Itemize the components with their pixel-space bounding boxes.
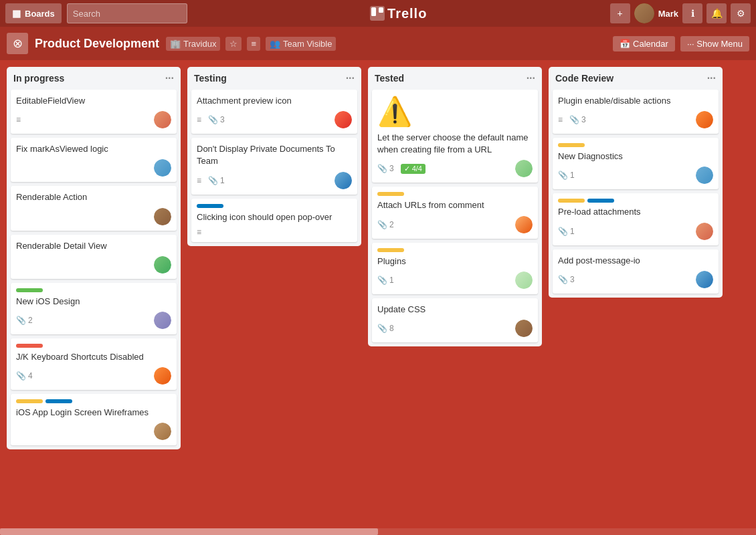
- list-menu-tested[interactable]: ···: [527, 72, 535, 84]
- card-desc-icon: ≡: [16, 115, 21, 124]
- card-meta-left: 📎3: [558, 275, 575, 284]
- help-button[interactable]: ℹ: [682, 3, 702, 23]
- list-menu-code-review[interactable]: ···: [707, 72, 716, 84]
- card-title: Fix markAsViewed logic: [16, 143, 171, 155]
- bottom-scrollbar[interactable]: [0, 528, 756, 535]
- card-avatar: [515, 160, 533, 177]
- board-meta: 🏢 Travidux ☆ ≡ 👥 Team Visible: [166, 37, 336, 51]
- card-avatar: [335, 172, 352, 189]
- card-title: Add post-message-io: [558, 255, 713, 267]
- boards-button[interactable]: ▦ Boards: [5, 3, 62, 23]
- card-meta-left: ≡📎3: [558, 115, 586, 124]
- trello-logo-icon: [370, 6, 385, 21]
- card-meta-left: 📎1: [558, 227, 575, 236]
- card-meta: 📎8: [377, 320, 533, 337]
- card-label-row: [377, 248, 533, 252]
- card-avatar: [154, 208, 171, 225]
- list-header-code-review: Code Review···: [549, 67, 723, 90]
- star-icon: ☆: [229, 39, 238, 49]
- team-name[interactable]: 🏢 Travidux: [166, 37, 220, 51]
- card-avatar: [154, 423, 171, 440]
- card-meta: ≡: [197, 227, 352, 237]
- star-button[interactable]: ☆: [225, 37, 242, 51]
- list-testing: Testing···Attachment preview icon≡📎3Don'…: [187, 67, 361, 246]
- card-meta-left: 📎1: [558, 171, 575, 180]
- card[interactable]: Update CSS📎8: [372, 298, 538, 342]
- card-meta-left: 📎3✓4/4: [377, 164, 426, 174]
- board-logo-symbol: ⊗: [13, 36, 23, 51]
- menu-button[interactable]: ≡: [247, 37, 260, 51]
- card[interactable]: Plugin enable/disable actions≡📎3: [553, 90, 719, 134]
- board-area: In progress···EditableFieldView≡Fix mark…: [0, 60, 756, 535]
- card[interactable]: J/K Keyboard Shortcuts Disabled📎4: [11, 338, 177, 390]
- card-label-row: [377, 192, 533, 196]
- card-desc-icon: ≡: [197, 115, 201, 124]
- list-tested: Tested···⚠️Let the server choose the def…: [368, 67, 542, 346]
- card[interactable]: EditableFieldView≡: [11, 90, 177, 134]
- paperclip-icon: 📎: [377, 164, 387, 173]
- paperclip-icon: 📎: [16, 371, 26, 381]
- list-cards-code-review: Plugin enable/disable actions≡📎3New Diag…: [549, 90, 723, 298]
- card[interactable]: New iOS Design📎2: [11, 283, 177, 334]
- settings-button[interactable]: ⚙: [731, 3, 751, 23]
- search-input[interactable]: [67, 3, 187, 23]
- card-meta-left: ≡: [16, 115, 21, 124]
- show-menu-button[interactable]: ··· Show Menu: [680, 36, 749, 51]
- list-header-tested: Tested···: [368, 67, 542, 90]
- card-meta-left: 📎4: [16, 371, 33, 381]
- label-red: [16, 344, 43, 348]
- calendar-button[interactable]: 📅 Calendar: [613, 36, 675, 51]
- notifications-button[interactable]: 🔔: [706, 3, 727, 23]
- card-meta-left: ≡: [197, 227, 201, 237]
- list-cards-tested: ⚠️Let the server choose the default name…: [368, 90, 542, 346]
- card-label-row: [16, 288, 171, 292]
- card-title: New Diagnostics: [558, 150, 713, 163]
- card[interactable]: Pre-load attachments📎1: [553, 193, 719, 245]
- card[interactable]: Clicking icon should open pop-over≡: [191, 199, 357, 242]
- list-title-testing: Testing: [194, 73, 227, 84]
- list-in-progress: In progress···EditableFieldView≡Fix mark…: [7, 67, 181, 449]
- add-button[interactable]: +: [610, 3, 630, 23]
- card[interactable]: iOS App Login Screen Wireframes: [11, 394, 177, 445]
- visibility-button[interactable]: 👥 Team Visible: [266, 37, 336, 51]
- list-menu-in-progress[interactable]: ···: [165, 72, 174, 84]
- list-menu-testing[interactable]: ···: [346, 72, 355, 84]
- board-logo: ⊗: [7, 33, 28, 54]
- attachment-count: 3: [570, 275, 575, 284]
- card-desc-icon: ≡: [558, 115, 563, 124]
- card[interactable]: Don't Display Private Documents To Team≡…: [191, 138, 357, 194]
- card-meta: ≡📎1: [197, 172, 352, 189]
- svg-rect-2: [379, 7, 383, 13]
- checklist-count: 4/4: [412, 165, 422, 173]
- card-attachments: 📎2: [16, 316, 33, 325]
- card-avatar: [696, 223, 713, 240]
- list-title-code-review: Code Review: [555, 73, 613, 84]
- card-attachments: 📎1: [558, 171, 575, 180]
- card[interactable]: Renderable Action: [11, 186, 177, 230]
- card[interactable]: New Diagnostics📎1: [553, 138, 719, 189]
- paperclip-icon: 📎: [558, 275, 568, 284]
- card[interactable]: Attach URLs from comment📎2: [372, 187, 538, 238]
- menu-icon: ≡: [251, 39, 256, 49]
- label-yellow: [377, 248, 404, 252]
- attachment-count: 3: [581, 115, 586, 124]
- card[interactable]: Plugins📎1: [372, 243, 538, 294]
- card-meta-left: 📎8: [377, 324, 394, 333]
- card[interactable]: ⚠️Let the server choose the default name…: [372, 90, 538, 183]
- team-icon: 🏢: [170, 39, 181, 49]
- user-name: Mark: [658, 9, 678, 19]
- card-meta-left: 📎1: [377, 276, 394, 285]
- card[interactable]: Add post-message-io📎3: [553, 249, 719, 294]
- card[interactable]: Renderable Detail View: [11, 235, 177, 279]
- card-meta: 📎4: [16, 367, 171, 385]
- card[interactable]: Fix markAsViewed logic: [11, 138, 177, 182]
- card-title: New iOS Design: [16, 296, 171, 308]
- board-header-right: 📅 Calendar ··· Show Menu: [613, 36, 749, 51]
- label-yellow: [16, 399, 43, 403]
- avatar: [634, 3, 654, 23]
- card-meta: [16, 159, 171, 177]
- card[interactable]: Attachment preview icon≡📎3: [191, 90, 357, 134]
- user-menu-button[interactable]: Mark: [634, 3, 678, 23]
- label-blue: [587, 199, 614, 203]
- card-avatar: [696, 111, 713, 128]
